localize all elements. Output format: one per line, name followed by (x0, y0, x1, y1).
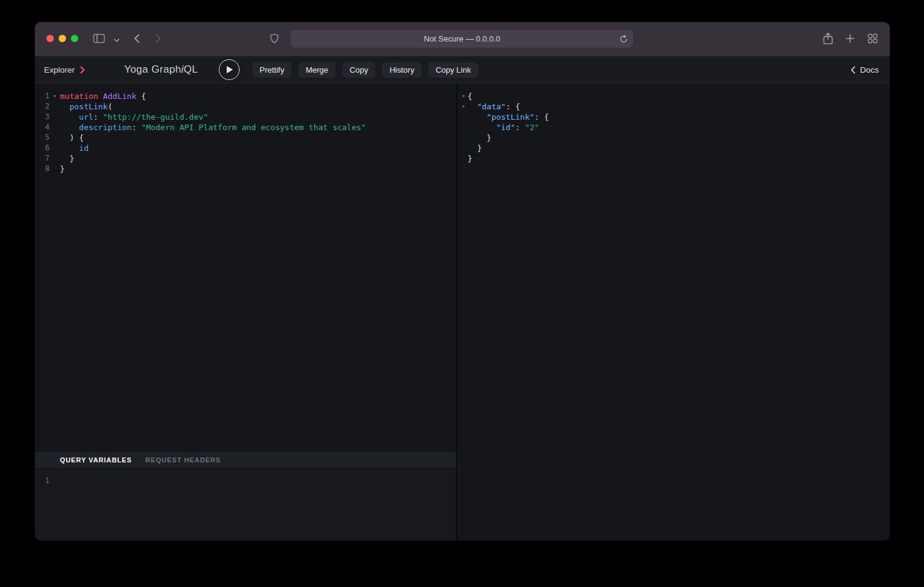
code-line: 5▾ ) { (35, 133, 456, 143)
code-line: 1▾ (35, 476, 456, 486)
code-text: } (468, 133, 491, 143)
fold-arrow-icon[interactable]: ▾ (460, 101, 468, 112)
line-number: 1 (35, 91, 50, 101)
line-number: 2 (35, 101, 50, 112)
query-editor[interactable]: 1▾mutation AddLink {2▾ postLink(3▾ url: … (35, 84, 456, 451)
zoom-window-button[interactable] (71, 35, 78, 42)
code-text: ) { (60, 133, 84, 143)
minimize-window-button[interactable] (59, 35, 66, 42)
line-number: 3 (35, 112, 50, 122)
explorer-toggle[interactable]: Explorer (44, 65, 85, 75)
docs-label: Docs (860, 65, 879, 75)
toolbar-buttons: Prettify Merge Copy History Copy Link (252, 62, 479, 78)
docs-chevron-icon (851, 66, 856, 74)
code-text: mutation AddLink { (60, 91, 146, 101)
code-line: ▾ "postLink": { (460, 112, 890, 122)
execute-query-button[interactable] (219, 59, 240, 80)
code-line: ▾ } (460, 143, 890, 153)
privacy-shield-icon[interactable] (270, 34, 279, 44)
copy-button[interactable]: Copy (342, 62, 375, 78)
variables-editor[interactable]: 1▾ (35, 468, 456, 541)
line-number: 5 (35, 133, 50, 143)
sidebar-toggle-icon[interactable] (94, 34, 105, 43)
code-line: 1▾mutation AddLink { (35, 91, 456, 101)
window-controls (46, 35, 78, 42)
docs-toggle[interactable]: Docs (851, 65, 879, 75)
chevron-down-icon[interactable] (114, 38, 120, 42)
code-text: postLink( (60, 101, 112, 112)
code-line: 2▾ postLink( (35, 101, 456, 112)
new-tab-icon[interactable] (846, 34, 855, 43)
copy-link-button[interactable]: Copy Link (428, 62, 479, 78)
url-text: Not Secure — 0.0.0.0 (424, 34, 500, 43)
history-button[interactable]: History (382, 62, 421, 78)
line-number: 1 (35, 476, 50, 486)
tab-overview-icon[interactable] (868, 34, 878, 43)
fold-arrow-icon[interactable]: ▾ (460, 91, 468, 101)
code-text: } (468, 143, 482, 153)
explorer-chevron-icon (80, 66, 85, 74)
code-line: 6▾ id (35, 143, 456, 153)
play-icon (227, 66, 233, 73)
code-text: url: "http://the-guild.dev" (60, 112, 208, 122)
line-number: 6 (35, 143, 50, 153)
response-viewer[interactable]: ▾{▾ "data": {▾ "postLink": {▾ "id": "2"▾… (457, 84, 890, 164)
tab-request-headers[interactable]: REQUEST HEADERS (145, 456, 221, 464)
line-number: 4 (35, 122, 50, 133)
reload-icon[interactable] (620, 35, 628, 43)
code-text: id (60, 143, 89, 153)
page-title: Yoga GraphiQL (124, 64, 197, 76)
code-text: { (468, 91, 472, 101)
code-line: ▾} (460, 153, 890, 164)
code-line: ▾ "data": { (460, 101, 890, 112)
code-line: 3▾ url: "http://the-guild.dev" (35, 112, 456, 122)
code-line: ▾ } (460, 133, 890, 143)
share-icon[interactable] (823, 32, 833, 45)
graphiql-toolbar: Explorer Yoga GraphiQL Prettify Merge Co… (35, 56, 890, 84)
response-pane: ▾{▾ "data": {▾ "postLink": {▾ "id": "2"▾… (457, 84, 890, 541)
code-line: 4▾ description: "Modern API Platform and… (35, 122, 456, 133)
url-bar[interactable]: Not Secure — 0.0.0.0 (291, 30, 633, 48)
code-text: } (468, 153, 472, 164)
code-line: 7▾ } (35, 153, 456, 164)
editor-pane: 1▾mutation AddLink {2▾ postLink(3▾ url: … (35, 84, 457, 541)
graphiql-main: 1▾mutation AddLink {2▾ postLink(3▾ url: … (35, 84, 890, 541)
bottom-panel-tabs: QUERY VARIABLES REQUEST HEADERS (35, 451, 456, 468)
line-number: 8 (35, 164, 50, 174)
code-text: "id": "2" (468, 122, 539, 133)
code-line: ▾ "id": "2" (460, 122, 890, 133)
code-line: 8▾} (35, 164, 456, 174)
merge-button[interactable]: Merge (298, 62, 336, 78)
forward-icon[interactable] (156, 34, 161, 43)
explorer-label: Explorer (44, 65, 75, 75)
code-text: "postLink": { (468, 112, 549, 122)
code-text: } (60, 153, 74, 164)
code-text: description: "Modern API Platform and ec… (60, 122, 366, 133)
browser-window: Not Secure — 0.0.0.0 Explorer Yoga Graph… (35, 22, 890, 541)
code-text: } (60, 164, 65, 174)
back-icon[interactable] (134, 34, 140, 43)
fold-arrow-icon[interactable]: ▾ (50, 91, 60, 101)
browser-title-bar: Not Secure — 0.0.0.0 (35, 22, 890, 56)
prettify-button[interactable]: Prettify (252, 62, 292, 78)
line-number: 7 (35, 153, 50, 164)
close-window-button[interactable] (46, 35, 54, 42)
code-line: ▾{ (460, 91, 890, 101)
tab-query-variables[interactable]: QUERY VARIABLES (60, 456, 132, 464)
code-text: "data": { (468, 101, 520, 112)
